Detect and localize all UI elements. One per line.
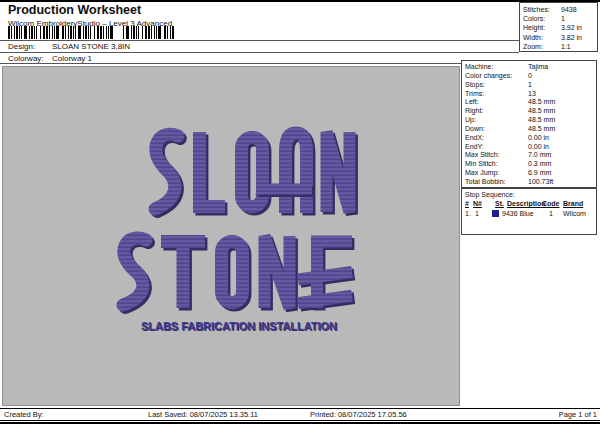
stat-label: Height: — [523, 23, 561, 32]
stop-sequence-title: Stop Sequence: — [465, 191, 515, 198]
colorway-value: Colorway 1 — [52, 54, 92, 63]
machine-stat-row: EndY:0.00 in — [465, 143, 596, 152]
machine-stat-value: Tajima — [528, 63, 548, 72]
machine-stat-row: Trims:13 — [465, 90, 596, 99]
machine-stat-value: 0.00 in — [528, 143, 549, 152]
stop-col-header: N# — [473, 200, 482, 207]
machine-stat-label: Left: — [465, 98, 528, 107]
page-title: Production Worksheet — [8, 3, 141, 17]
machine-stat-value: 13 — [528, 90, 536, 99]
stop-row-index: 1. — [465, 210, 471, 217]
machine-stat-label: Stops: — [465, 81, 528, 90]
machine-info-panel: Machine:TajimaColor changes:0Stops:1Trim… — [461, 60, 597, 188]
machine-stat-row: Up:48.5 mm — [465, 116, 596, 125]
created-by-label: Created By: — [4, 410, 44, 419]
header-divider — [0, 63, 519, 64]
stat-label: Colors: — [523, 14, 561, 23]
stat-row: Colors:1 — [523, 14, 597, 23]
stat-row: Zoom:1:1 — [523, 42, 597, 51]
stat-label: Width: — [523, 33, 561, 42]
machine-stat-row: Total Bobbin:100.73ft — [465, 178, 596, 187]
machine-stat-label: Down: — [465, 125, 528, 134]
footer-bottom-line — [0, 420, 600, 421]
machine-stat-row: Machine:Tajima — [465, 63, 596, 72]
machine-stat-label: EndX: — [465, 134, 528, 143]
machine-stat-value: 48.5 mm — [528, 116, 555, 125]
stop-col-header: Brand — [563, 200, 583, 207]
stat-row: Stitches:9438 — [523, 5, 597, 14]
stat-label: Stitches: — [523, 5, 561, 14]
colorway-label: Colorway: — [8, 54, 52, 63]
machine-stat-row: Left:48.5 mm — [465, 98, 596, 107]
stop-col-header: Description — [507, 200, 546, 207]
machine-stat-label: Trims: — [465, 90, 528, 99]
stat-row: Width:3.82 in — [523, 33, 597, 42]
design-preview-canvas: SLABS FABRICATION INSTALLATIONSLABS FABR… — [2, 66, 460, 406]
machine-stat-label: Up: — [465, 116, 528, 125]
design-row: Design:SLOAN STONE 3,8IN — [8, 42, 130, 51]
design-word-line2 — [123, 236, 354, 310]
design-label: Design: — [8, 42, 52, 51]
stat-value: 3.82 in — [561, 33, 582, 42]
stat-value: 9438 — [561, 5, 577, 14]
header-divider — [0, 52, 519, 53]
machine-stat-row: Min Stitch:0.3 mm — [465, 160, 596, 169]
stat-label: Zoom: — [523, 42, 561, 51]
machine-stat-row: Max Jump:6.9 mm — [465, 169, 596, 178]
page-number-label: Page 1 of 1 — [559, 410, 597, 419]
machine-stat-value: 6.9 mm — [528, 169, 551, 178]
design-word-line1 — [155, 132, 352, 215]
stitch-stats-panel: Stitches:9438Colors:1Height:3.92 inWidth… — [519, 2, 598, 52]
machine-stat-value: 0 — [528, 72, 532, 81]
machine-stat-row: Stops:1 — [465, 81, 596, 90]
machine-stat-row: EndX:0.00 in — [465, 134, 596, 143]
printed-label: Printed: 08/07/2025 17.05.56 — [310, 410, 407, 419]
machine-stat-label: EndY: — [465, 143, 528, 152]
machine-stat-label: Machine: — [465, 63, 528, 72]
stat-row: Height:3.92 in — [523, 23, 597, 32]
machine-stat-value: 1 — [528, 81, 532, 90]
machine-stat-label: Max Jump: — [465, 169, 528, 178]
top-border-line — [0, 0, 600, 2]
machine-stat-value: 100.73ft — [528, 178, 553, 187]
machine-stat-label: Color changes: — [465, 72, 528, 81]
embroidery-design: SLABS FABRICATION INSTALLATIONSLABS FABR… — [3, 67, 459, 405]
machine-stat-value: 0.3 mm — [528, 160, 551, 169]
machine-stat-label: Right: — [465, 107, 528, 116]
design-name-value: SLOAN STONE 3,8IN — [52, 42, 130, 51]
machine-stat-row: Right:48.5 mm — [465, 107, 596, 116]
machine-stat-label: Min Stitch: — [465, 160, 528, 169]
machine-stat-value: 48.5 mm — [528, 125, 555, 134]
footer-divider — [0, 408, 600, 409]
stop-row-code: 1 — [549, 210, 553, 217]
stop-col-header: Code — [542, 200, 560, 207]
machine-stat-row: Color changes:0 — [465, 72, 596, 81]
stat-value: 3.92 in — [561, 23, 582, 32]
machine-stat-row: Max Stitch:7.0 mm — [465, 151, 596, 160]
header-divider — [0, 40, 519, 41]
last-saved-label: Last Saved: 08/07/2025 13.35.11 — [148, 410, 258, 419]
machine-stat-value: 48.5 mm — [528, 107, 555, 116]
machine-stat-label: Total Bobbin: — [465, 178, 528, 187]
stop-sequence-panel: Stop Sequence: #N#St.DescriptionCodeBran… — [461, 188, 597, 235]
stat-value: 1 — [561, 14, 565, 23]
stop-row-brand: Wilcom — [563, 210, 586, 217]
machine-stat-label: Max Stitch: — [465, 151, 528, 160]
design-barcode: , — [7, 26, 179, 41]
machine-stat-value: 7.0 mm — [528, 151, 551, 160]
stop-col-header: St. — [495, 200, 504, 207]
machine-stat-value: 48.5 mm — [528, 98, 555, 107]
stat-value: 1:1 — [561, 42, 571, 51]
machine-stat-row: Down:48.5 mm — [465, 125, 596, 134]
stop-row-needle: 1 — [475, 210, 479, 217]
machine-stat-value: 0.00 in — [528, 134, 549, 143]
stop-col-header: # — [465, 200, 469, 207]
thread-color-swatch — [492, 210, 499, 217]
colorway-row: Colorway:Colorway 1 — [8, 54, 92, 63]
stop-row-description: 9436 Blue — [502, 210, 534, 217]
design-tagline: SLABS FABRICATION INSTALLATION — [141, 320, 337, 332]
